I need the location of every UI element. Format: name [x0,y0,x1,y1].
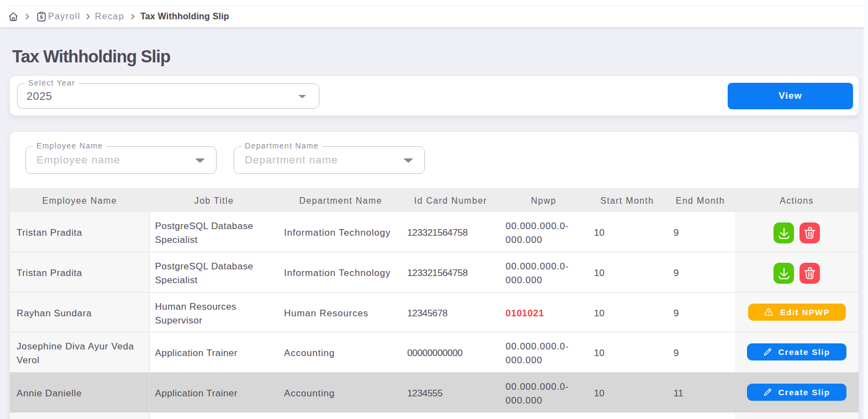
svg-text:$: $ [40,14,43,20]
